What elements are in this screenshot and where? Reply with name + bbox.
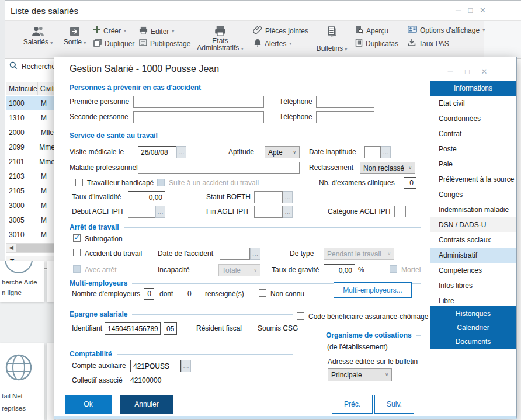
travailleur-handicape-checkbox[interactable] bbox=[75, 179, 83, 186]
maladie-input[interactable] bbox=[138, 162, 300, 174]
options-affichage-button[interactable]: Options d'affichage ▾ bbox=[408, 26, 485, 34]
pieces-jointes-button[interactable]: Pièces jointes bbox=[253, 26, 308, 36]
statut-boeth-input[interactable] bbox=[254, 191, 283, 203]
etats-administratifs-button[interactable]: Etats Administratifs ▾ bbox=[196, 26, 244, 53]
chevron-down-icon: ∨ bbox=[253, 268, 257, 273]
column-header-matricule[interactable]: Matricule bbox=[6, 82, 38, 95]
apercu-button[interactable]: Aperçu bbox=[355, 26, 388, 36]
sidebar-item-calendrier[interactable]: Calendrier bbox=[430, 321, 516, 335]
adresse-bulletin-dropdown[interactable]: Principale∨ bbox=[328, 368, 392, 381]
subrogation-checkbox[interactable] bbox=[73, 234, 81, 242]
taux-invalidite-input[interactable] bbox=[128, 191, 165, 203]
annuler-button[interactable]: Annuler bbox=[120, 395, 173, 414]
sidebar-item-competences[interactable]: Compétences bbox=[430, 263, 516, 278]
sidebar-item-paie[interactable]: Paie bbox=[430, 157, 516, 172]
multi-employeurs-button[interactable]: Multi-employeurs... bbox=[334, 282, 412, 298]
sidebar-item-contrats-sociaux[interactable]: Contrats sociaux bbox=[430, 232, 516, 248]
date-picker-button[interactable]: … bbox=[155, 206, 165, 218]
scroll-left-icon[interactable]: ◀ bbox=[6, 244, 16, 252]
help-card[interactable]: herche Aide n ligne bbox=[0, 261, 44, 302]
code-beneficiaire-checkbox[interactable] bbox=[297, 312, 304, 320]
lookup-button[interactable]: … bbox=[181, 360, 191, 372]
table-row[interactable]: 2099Mme bbox=[6, 140, 55, 155]
date-picker-button[interactable]: … bbox=[283, 206, 293, 218]
toolbar-divider bbox=[192, 23, 192, 56]
visite-medicale-input[interactable] bbox=[138, 146, 176, 158]
reclassement-dropdown[interactable]: Non reclassé∨ bbox=[360, 162, 415, 174]
dupliquer-button[interactable]: Dupliquer bbox=[93, 39, 134, 48]
minimize-icon[interactable]: ─ bbox=[444, 67, 456, 77]
soumis-csg-checkbox[interactable] bbox=[246, 324, 253, 331]
sidebar-item-coordonnees[interactable]: Coordonnées bbox=[430, 111, 516, 126]
table-row[interactable]: 3000M bbox=[6, 198, 55, 213]
aptitude-dropdown[interactable]: Apte∨ bbox=[265, 146, 300, 158]
compte-auxiliaire-input[interactable] bbox=[130, 360, 181, 372]
salaries-button[interactable]: Salariés ▾ bbox=[18, 26, 58, 47]
download-icon bbox=[408, 39, 416, 48]
sidebar-item-historiques[interactable]: Historiques bbox=[430, 307, 516, 321]
taux-pas-button[interactable]: Taux PAS bbox=[408, 39, 449, 48]
sortie-button[interactable]: Sortie ▾ bbox=[58, 26, 91, 47]
nombre-employeurs-input[interactable] bbox=[144, 288, 154, 300]
publipostage-button[interactable]: Publipostage bbox=[139, 39, 190, 48]
sidebar-item-conges[interactable]: Congés bbox=[430, 187, 516, 202]
table-row[interactable]: 2000Mlle bbox=[6, 125, 55, 140]
alertes-button[interactable]: Alertes ▾ bbox=[253, 39, 291, 48]
resident-fiscal-checkbox[interactable] bbox=[185, 324, 192, 331]
table-row[interactable]: 3010M bbox=[6, 227, 55, 242]
identifiant-key-input[interactable] bbox=[164, 322, 177, 335]
sidebar-item-contrat[interactable]: Contrat bbox=[430, 126, 516, 141]
taux-gravite-input[interactable] bbox=[324, 264, 355, 276]
horizontal-scrollbar[interactable]: ◀ bbox=[6, 243, 55, 253]
sidebar-item-administratif[interactable]: Administratif bbox=[430, 248, 516, 263]
date-picker-button[interactable]: … bbox=[250, 248, 260, 260]
sidebar-item-informations[interactable]: Informations bbox=[430, 81, 516, 96]
table-row[interactable]: 1000M bbox=[6, 96, 55, 111]
maximize-icon[interactable]: □ bbox=[461, 67, 473, 77]
debut-agefiph-input[interactable] bbox=[128, 206, 155, 218]
portal-card[interactable]: tail Net- reprises bbox=[0, 343, 44, 420]
table-row[interactable]: 2103M bbox=[6, 169, 55, 184]
table-row[interactable]: 2105M bbox=[6, 183, 55, 199]
creer-button[interactable]: Créer ▾ bbox=[93, 26, 126, 35]
search-bar[interactable]: Rechercher bbox=[9, 61, 58, 71]
close-icon[interactable]: ✕ bbox=[477, 5, 488, 16]
telephone1-input[interactable] bbox=[316, 96, 374, 108]
date-inaptitude-input[interactable] bbox=[364, 146, 381, 158]
editer-button[interactable]: Editer ▾ bbox=[139, 26, 174, 36]
date-accident-input[interactable] bbox=[220, 248, 250, 260]
sidebar-item-documents[interactable]: Documents bbox=[430, 335, 516, 349]
non-connu-checkbox[interactable] bbox=[259, 289, 266, 297]
categorie-agefiph-input[interactable] bbox=[394, 206, 406, 217]
sidebar-item-poste[interactable]: Poste bbox=[430, 141, 516, 157]
table-row[interactable]: 2101Mme bbox=[6, 154, 55, 169]
sidebar-item-infos-libres[interactable]: Infos libres bbox=[430, 278, 516, 293]
table-row[interactable]: 1310M bbox=[6, 110, 55, 126]
sidebar-item-prelevement[interactable]: Prélèvement à la source bbox=[430, 172, 516, 187]
search-icon bbox=[9, 61, 18, 71]
fin-agefiph-input[interactable] bbox=[254, 206, 283, 218]
table-row[interactable]: 3005M bbox=[6, 213, 55, 228]
sidebar-item-dsn[interactable]: DSN / DADS-U bbox=[430, 217, 516, 232]
maximize-icon[interactable]: □ bbox=[465, 5, 476, 16]
suiv-button[interactable]: Suiv. bbox=[374, 395, 414, 414]
sidebar-item-indemnisation[interactable]: Indemnisation maladie bbox=[430, 202, 516, 217]
lookup-button[interactable]: … bbox=[283, 191, 293, 203]
table-header[interactable]: Matricule Civilité bbox=[6, 82, 55, 95]
sidebar-item-etat-civil[interactable]: Etat civil bbox=[430, 96, 516, 111]
close-icon[interactable]: ✕ bbox=[478, 67, 490, 77]
seconde-personne-input[interactable] bbox=[133, 111, 264, 123]
telephone2-input[interactable] bbox=[316, 111, 374, 123]
minimize-icon[interactable]: ─ bbox=[453, 5, 464, 16]
prec-button[interactable]: Préc. bbox=[332, 395, 373, 414]
date-picker-button[interactable]: … bbox=[381, 146, 391, 158]
scrollbar-thumb[interactable] bbox=[16, 244, 54, 252]
identifiant-input[interactable] bbox=[105, 322, 161, 335]
nb-examens-input[interactable] bbox=[404, 177, 416, 189]
duplicatas-button[interactable]: Duplicatas bbox=[355, 39, 398, 48]
bulletins-button[interactable]: Bulletins ▾ bbox=[313, 26, 350, 53]
date-picker-button[interactable]: … bbox=[176, 146, 186, 158]
accident-travail-checkbox[interactable] bbox=[73, 249, 81, 256]
ok-button[interactable]: Ok bbox=[65, 395, 112, 414]
premiere-personne-input[interactable] bbox=[133, 96, 264, 108]
